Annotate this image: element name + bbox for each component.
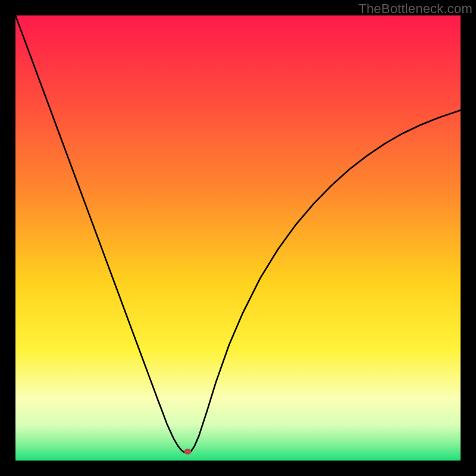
optimal-marker bbox=[184, 449, 191, 455]
chart-frame bbox=[15, 15, 461, 461]
watermark-text: TheBottleneck.com bbox=[358, 1, 472, 17]
bottleneck-chart bbox=[15, 15, 461, 461]
chart-background bbox=[15, 15, 461, 461]
